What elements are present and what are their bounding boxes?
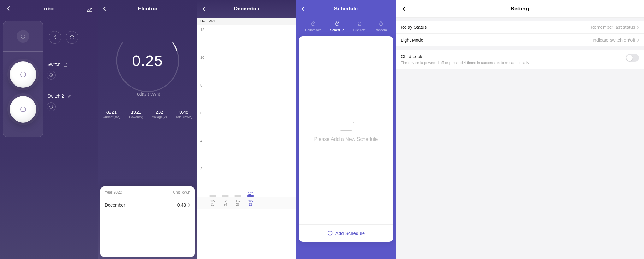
ytick: 10 [200, 56, 204, 59]
light-mode-row[interactable]: Light Mode Indicate switch on/off [396, 34, 644, 46]
switch-2-button[interactable] [10, 96, 36, 123]
energy-gauge: 0.25 [114, 27, 182, 95]
ytick: 12 [200, 28, 204, 32]
bar-value-label: 0.10 [248, 190, 253, 193]
chevron-right-icon [636, 38, 639, 42]
switch-2-row: Switch 2 [47, 93, 95, 99]
add-schedule-button[interactable]: Add Schedule [299, 224, 393, 242]
switch-2-edit-icon[interactable] [67, 94, 71, 98]
stat-current: 8221Current(mA) [103, 109, 120, 119]
card-unit: Unit: kW.h [173, 190, 190, 195]
xtick: 12-26 [247, 199, 254, 206]
month-label: December [105, 202, 125, 208]
switch-1-row: Switch [47, 62, 95, 67]
back-icon[interactable] [202, 5, 209, 13]
month-chart-screen: December Unit: kW.h 12 10 8 6 4 2 0.10 1… [197, 0, 296, 259]
gauge-value: 0.25 [114, 27, 182, 95]
child-lock-toggle[interactable] [626, 54, 639, 62]
stat-total: 0.48Total (KWh) [176, 109, 192, 119]
electric-icon[interactable] [49, 31, 61, 44]
page-title: December [234, 6, 260, 12]
relay-label: Relay Status [401, 25, 427, 30]
empty-state: Please Add a New Schedule [299, 36, 393, 224]
switch-1-label: Switch [47, 62, 60, 67]
month-row[interactable]: December 0.48 [100, 199, 195, 211]
master-power-button[interactable] [17, 30, 29, 43]
page-title: Schedule [334, 6, 358, 12]
chevron-right-icon [636, 25, 639, 29]
header: Schedule [296, 0, 396, 18]
bar-12-25[interactable] [234, 195, 241, 197]
x-axis: 12-23 12-24 12-25 12-26 [197, 197, 296, 209]
header: December [197, 0, 296, 18]
random-icon [378, 21, 384, 27]
mode-tabs: Countdown Schedule Circulate Random [296, 18, 396, 36]
settings-group-1: Relay Status Remember last status Light … [396, 21, 644, 46]
plus-circle-icon [327, 230, 333, 236]
month-value: 0.48 [177, 202, 186, 208]
switch-1-edit-icon[interactable] [63, 63, 68, 67]
stat-voltage: 232Voltage(V) [152, 109, 167, 119]
selection-indicator-icon [248, 194, 251, 196]
header: Electric [98, 0, 197, 18]
chevron-right-icon [188, 203, 190, 207]
page-title: Setting [511, 6, 529, 12]
unit-label: Unit: kW.h [197, 18, 296, 25]
ytick: 4 [200, 139, 202, 143]
ytick: 2 [200, 167, 202, 171]
electric-screen: Electric 0.25 Today (KWh) 8221Current(mA… [98, 0, 197, 259]
child-lock-row: Child Lock The device is powered off or … [396, 50, 644, 69]
edit-icon[interactable] [86, 5, 93, 13]
back-icon[interactable] [4, 5, 12, 13]
header: Setting [396, 0, 644, 18]
page-title: néo [44, 6, 54, 12]
bar-chart[interactable]: 12 10 8 6 4 2 0.10 [197, 25, 296, 197]
empty-box-icon [339, 119, 353, 131]
add-schedule-label: Add Schedule [335, 231, 365, 236]
light-label: Light Mode [401, 38, 423, 43]
card-year: Year 2022 [105, 190, 122, 195]
relay-status-row[interactable]: Relay Status Remember last status [396, 21, 644, 34]
tab-countdown[interactable]: Countdown [305, 21, 321, 32]
xtick: 12-25 [234, 199, 241, 206]
child-lock-label: Child Lock [401, 54, 529, 59]
stats-row: 8221Current(mA) 1921Power(W) 232Voltage(… [98, 97, 197, 119]
history-card: Year 2022 Unit: kW.h December 0.48 [100, 186, 195, 257]
tab-circulate[interactable]: Circulate [353, 21, 366, 32]
device-control-screen: néo [0, 0, 98, 259]
countdown-icon [310, 21, 316, 27]
ytick: 8 [200, 83, 202, 87]
bar-12-24[interactable] [222, 195, 229, 197]
tab-schedule[interactable]: Schedule [330, 21, 344, 32]
schedule-card: Please Add a New Schedule Add Schedule [299, 36, 393, 242]
page-title: Electric [138, 6, 157, 12]
bar-12-23[interactable] [209, 195, 216, 197]
xtick: 12-24 [222, 199, 229, 206]
empty-text: Please Add a New Schedule [314, 136, 378, 142]
switch-1-timer-button[interactable] [47, 71, 56, 80]
switch-2-timer-button[interactable] [47, 102, 56, 111]
back-icon[interactable] [301, 5, 308, 13]
header: néo [0, 0, 98, 18]
light-value: Indicate switch on/off [593, 38, 635, 43]
back-icon[interactable] [400, 5, 408, 13]
stat-power: 1921Power(W) [129, 109, 143, 119]
ytick: 6 [200, 111, 202, 115]
schedule-screen: Schedule Countdown Schedule Circulate Ra… [296, 0, 396, 259]
setting-screen: Setting Relay Status Remember last statu… [396, 0, 644, 259]
child-lock-description: The device is powered off or pressed 4 t… [401, 60, 529, 66]
tab-random[interactable]: Random [375, 21, 387, 32]
circulate-icon [357, 21, 362, 27]
xtick: 12-23 [209, 199, 216, 206]
cube-icon[interactable] [66, 31, 78, 44]
relay-value: Remember last status [591, 25, 635, 30]
schedule-icon [334, 21, 340, 27]
switch-2-label: Switch 2 [47, 93, 64, 99]
switch-panel [3, 21, 43, 137]
switch-1-button[interactable] [10, 61, 36, 88]
back-icon[interactable] [102, 5, 110, 13]
